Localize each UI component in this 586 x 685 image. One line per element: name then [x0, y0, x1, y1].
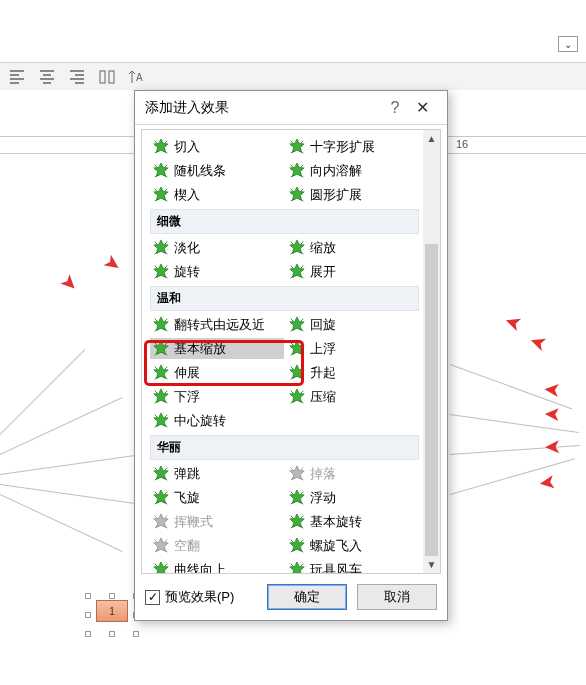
effect-label: 十字形扩展 — [310, 138, 420, 156]
star-icon — [152, 186, 170, 204]
effect-item[interactable]: 基本缩放 — [150, 338, 284, 359]
preview-checkbox[interactable]: ✓ 预览效果(P) — [145, 588, 257, 606]
effect-item[interactable]: 升起 — [286, 362, 420, 383]
effect-item[interactable]: 空翻 — [150, 535, 284, 556]
effect-item[interactable]: 切入 — [150, 136, 284, 157]
text-direction-icon[interactable]: A — [126, 66, 148, 88]
svg-rect-1 — [109, 71, 114, 83]
effect-item[interactable]: 曲线向上 — [150, 559, 284, 573]
motion-arrow-icon: ➤ — [527, 330, 549, 356]
effect-item[interactable]: 挥鞭式 — [150, 511, 284, 532]
effect-label: 淡化 — [174, 239, 284, 257]
star-icon — [288, 364, 306, 382]
effect-item[interactable]: 玩具风车 — [286, 559, 420, 573]
effect-label: 切入 — [174, 138, 284, 156]
effect-item[interactable]: 楔入 — [150, 184, 284, 205]
effect-label: 螺旋飞入 — [310, 537, 420, 555]
motion-arrow-icon: ➤ — [545, 404, 561, 427]
effect-item[interactable]: 随机线条 — [150, 160, 284, 181]
section-header-moderate: 温和 — [150, 286, 419, 311]
star-icon — [288, 561, 306, 574]
star-icon — [152, 489, 170, 507]
scroll-down-button[interactable]: ▼ — [423, 556, 440, 573]
section-header-exciting: 华丽 — [150, 435, 419, 460]
star-icon — [288, 186, 306, 204]
effect-label: 圆形扩展 — [310, 186, 420, 204]
align-center-icon[interactable] — [36, 66, 58, 88]
effect-item[interactable]: 翻转式由远及近 — [150, 314, 284, 335]
effect-item[interactable]: 圆形扩展 — [286, 184, 420, 205]
effect-item[interactable]: 基本旋转 — [286, 511, 420, 532]
effect-item[interactable]: 伸展 — [150, 362, 284, 383]
effect-label: 弹跳 — [174, 465, 284, 483]
star-icon — [288, 340, 306, 358]
star-icon — [152, 340, 170, 358]
motion-arrow-icon: ➤ — [100, 250, 125, 277]
star-icon — [152, 138, 170, 156]
effect-item[interactable]: 掉落 — [286, 463, 420, 484]
effect-item[interactable]: 向内溶解 — [286, 160, 420, 181]
effect-item[interactable]: 上浮 — [286, 338, 420, 359]
effect-item[interactable]: 旋转 — [150, 261, 284, 282]
motion-arrow-icon: ➤ — [56, 270, 82, 296]
effect-item[interactable]: 缩放 — [286, 237, 420, 258]
star-icon — [288, 388, 306, 406]
effect-item[interactable]: 浮动 — [286, 487, 420, 508]
scroll-thumb[interactable] — [425, 244, 438, 556]
star-icon — [288, 537, 306, 555]
cancel-button[interactable]: 取消 — [357, 584, 437, 610]
effect-item[interactable]: 螺旋飞入 — [286, 535, 420, 556]
scrollbar-vertical[interactable]: ▲ ▼ — [423, 130, 440, 573]
effect-label: 曲线向上 — [174, 561, 284, 574]
star-icon — [288, 489, 306, 507]
effect-item[interactable]: 弹跳 — [150, 463, 284, 484]
effect-item[interactable]: 展开 — [286, 261, 420, 282]
section-header-subtle: 细微 — [150, 209, 419, 234]
effect-item[interactable]: 十字形扩展 — [286, 136, 420, 157]
effects-list: 切入十字形扩展随机线条向内溶解楔入圆形扩展细微淡化缩放旋转展开温和翻转式由远及近… — [142, 130, 423, 573]
effect-label: 升起 — [310, 364, 420, 382]
star-icon — [288, 239, 306, 257]
preview-checkbox-label: 预览效果(P) — [165, 588, 234, 606]
align-left-icon[interactable] — [6, 66, 28, 88]
effect-item[interactable]: 淡化 — [150, 237, 284, 258]
effect-label: 空翻 — [174, 537, 284, 555]
columns-icon[interactable] — [96, 66, 118, 88]
star-icon — [152, 412, 170, 430]
star-icon — [152, 388, 170, 406]
ribbon-toolbar: A — [0, 62, 586, 90]
align-right-icon[interactable] — [66, 66, 88, 88]
effect-label: 随机线条 — [174, 162, 284, 180]
effect-label: 基本缩放 — [174, 340, 284, 358]
star-icon — [288, 138, 306, 156]
scroll-up-button[interactable]: ▲ — [423, 130, 440, 147]
star-icon — [152, 162, 170, 180]
effect-item[interactable]: 中心旋转 — [150, 410, 284, 431]
effect-label: 基本旋转 — [310, 513, 420, 531]
star-icon — [152, 465, 170, 483]
star-icon — [152, 239, 170, 257]
effect-label: 向内溶解 — [310, 162, 420, 180]
checkbox-icon: ✓ — [145, 590, 160, 605]
effect-item[interactable]: 回旋 — [286, 314, 420, 335]
effect-item[interactable]: 下浮 — [150, 386, 284, 407]
effect-label: 回旋 — [310, 316, 420, 334]
add-entrance-effect-dialog: 添加进入效果 ? ✕ 切入十字形扩展随机线条向内溶解楔入圆形扩展细微淡化缩放旋转… — [134, 90, 448, 621]
effect-item[interactable]: 飞旋 — [150, 487, 284, 508]
effect-label: 缩放 — [310, 239, 420, 257]
effect-label: 挥鞭式 — [174, 513, 284, 531]
selected-shape[interactable]: 1 — [88, 596, 136, 634]
effect-label: 楔入 — [174, 186, 284, 204]
effect-label: 下浮 — [174, 388, 284, 406]
dialog-footer: ✓ 预览效果(P) 确定 取消 — [135, 574, 447, 620]
motion-arrow-icon: ➤ — [502, 310, 524, 336]
dialog-help-button[interactable]: ? — [383, 99, 407, 117]
dialog-close-button[interactable]: ✕ — [407, 98, 437, 117]
star-icon — [152, 561, 170, 574]
star-icon — [288, 263, 306, 281]
effect-item[interactable]: 压缩 — [286, 386, 420, 407]
ok-button[interactable]: 确定 — [267, 584, 347, 610]
effect-label: 飞旋 — [174, 489, 284, 507]
collapse-control[interactable]: ⌄ — [558, 36, 578, 52]
star-icon — [288, 316, 306, 334]
